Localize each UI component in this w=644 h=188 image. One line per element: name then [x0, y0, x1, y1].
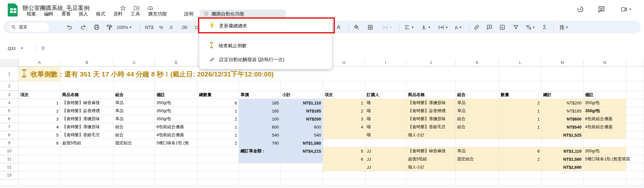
cell-L8[interactable] — [499, 131, 542, 139]
cell-K10[interactable]: 單品 — [456, 147, 499, 155]
cell-E3[interactable]: 總數量 — [197, 91, 239, 99]
cell-D9[interactable]: 5種口味各1包 (無 — [155, 139, 197, 147]
cell-I6[interactable]: 喵 — [365, 115, 406, 123]
select-all-corner[interactable] — [0, 59, 19, 67]
cell-B6[interactable]: 【食時樂】薄鹽原味 — [61, 115, 114, 123]
cell-E9[interactable]: 2 — [197, 139, 239, 147]
cell-O4[interactable] — [626, 99, 644, 107]
cell-D10[interactable] — [155, 147, 197, 155]
text-rotation-button[interactable]: A▼ — [455, 24, 462, 31]
cell-M6[interactable]: NT$600 — [542, 115, 583, 123]
column-header-M[interactable]: M — [542, 59, 583, 67]
cell-M13[interactable] — [542, 171, 583, 179]
insert-chart-button[interactable] — [499, 24, 506, 31]
menu-4[interactable]: 格式 — [96, 11, 105, 17]
row-header-11[interactable]: 11 — [0, 155, 19, 163]
zoom-control[interactable]: 100%▼ — [117, 24, 132, 31]
menu-0[interactable]: 檔案 — [27, 11, 36, 17]
cell-E4[interactable]: 6 — [197, 99, 239, 107]
cell-N7[interactable]: 4包裝組合優惠 — [583, 123, 626, 131]
cell-K4[interactable]: 單品 — [456, 99, 499, 107]
cell-K8[interactable] — [456, 131, 499, 139]
cell-J8[interactable]: 個人小計 — [406, 131, 456, 139]
column-header-partial[interactable] — [626, 59, 644, 67]
cell-F2[interactable] — [239, 81, 281, 91]
cell-A5[interactable]: 2 — [19, 107, 61, 115]
cell-F4[interactable]: 185 — [239, 99, 281, 107]
cell-O13[interactable] — [626, 171, 644, 179]
cell-A13[interactable] — [19, 171, 61, 179]
cell-M2[interactable] — [542, 81, 583, 91]
cell-B7[interactable]: 【食時樂】薄鹽原味 — [61, 123, 114, 131]
fill-color-button[interactable] — [353, 24, 359, 31]
cell-N2[interactable] — [583, 81, 626, 91]
column-header-D[interactable]: D — [155, 59, 197, 67]
cell-J12[interactable]: 個人小計 — [406, 163, 456, 171]
print-button[interactable] — [93, 24, 100, 31]
cell-O6[interactable] — [626, 115, 644, 123]
cell-D2[interactable] — [155, 81, 197, 91]
cell-F11[interactable] — [239, 155, 281, 163]
cell-H8[interactable] — [323, 131, 365, 139]
menu-7[interactable]: 擴充功能 — [148, 11, 167, 17]
cell-D8[interactable]: 4包裝組合優惠 — [155, 131, 197, 139]
cell-H5[interactable]: 2 — [323, 107, 365, 115]
cell-I5[interactable]: 喵 — [365, 107, 406, 115]
row-header-3[interactable]: 3 — [0, 91, 19, 99]
cell-L1[interactable] — [499, 67, 542, 81]
horizontal-align-button[interactable]: ▼ — [404, 24, 414, 31]
row-header-5[interactable]: 5 — [0, 107, 19, 115]
cell-L13[interactable] — [499, 171, 542, 179]
row-header-9[interactable]: 9 — [0, 139, 19, 147]
cell-L5[interactable]: 1 — [499, 107, 542, 115]
cell-G3[interactable]: 小計 — [281, 91, 323, 99]
cell-J13[interactable] — [406, 171, 456, 179]
cell-H11[interactable]: 6 — [323, 155, 365, 163]
cell-I3[interactable]: 訂購人 — [365, 91, 406, 99]
cell-B12[interactable] — [61, 163, 114, 171]
filter-button[interactable] — [513, 24, 519, 31]
cell-A2[interactable] — [19, 81, 61, 91]
cell-N9[interactable] — [583, 139, 626, 147]
cell-M9[interactable] — [542, 139, 583, 147]
text-wrap-button[interactable]: ▼ — [438, 24, 448, 31]
cell-O9[interactable] — [626, 139, 644, 147]
cell-L10[interactable]: 6 — [499, 147, 542, 155]
cell-A11[interactable] — [19, 155, 61, 163]
cell-B10[interactable] — [61, 147, 114, 155]
insert-link-button[interactable] — [473, 24, 480, 31]
cell-L7[interactable]: 1 — [499, 123, 542, 131]
menus-search[interactable]: 選單 — [8, 23, 49, 32]
cell-C13[interactable] — [114, 171, 155, 179]
column-header-N[interactable]: N — [583, 59, 626, 67]
cell-H7[interactable]: 4 — [323, 123, 365, 131]
cell-F13[interactable] — [239, 171, 281, 179]
cell-N4[interactable]: 350g/包 — [583, 99, 626, 107]
cell-C4[interactable]: 單品 — [114, 99, 155, 107]
cell-M11[interactable]: NT$1,580 — [542, 155, 583, 163]
cell-J4[interactable]: 【食時樂】薄鹽原味 — [406, 99, 456, 107]
cell-D11[interactable] — [155, 155, 197, 163]
cell-O3[interactable] — [626, 91, 644, 99]
menu-5[interactable]: 資料 — [113, 11, 123, 17]
cell-H13[interactable] — [323, 171, 365, 179]
cell-G11[interactable] — [281, 155, 323, 163]
column-header-L[interactable]: L — [499, 59, 542, 67]
cell-G5[interactable]: NT$185 — [281, 107, 323, 115]
cell-F8[interactable]: 540 — [239, 131, 281, 139]
cell-I10[interactable]: JJ — [365, 147, 406, 155]
cell-F9[interactable]: 790 — [239, 139, 281, 147]
row-header-6[interactable]: 6 — [0, 115, 19, 123]
cell-B5[interactable]: 【食時樂】蒜香煙燻 — [61, 107, 114, 115]
cell-L2[interactable] — [499, 81, 542, 91]
cell-N11[interactable]: 5種口味各1包 (無需填寫 — [583, 155, 626, 163]
cell-C8[interactable]: 組合 — [114, 131, 155, 139]
cell-E13[interactable] — [197, 171, 239, 179]
functions-button[interactable]: Σ — [543, 24, 546, 31]
menu-2[interactable]: 查看 — [62, 11, 71, 17]
row-header-12[interactable]: 12 — [0, 163, 19, 171]
cell-G8[interactable]: 540 — [281, 131, 323, 139]
cell-O5[interactable] — [626, 107, 644, 115]
cell-M12[interactable]: NT$2,690 — [542, 163, 583, 171]
cell-L11[interactable]: 2 — [499, 155, 542, 163]
